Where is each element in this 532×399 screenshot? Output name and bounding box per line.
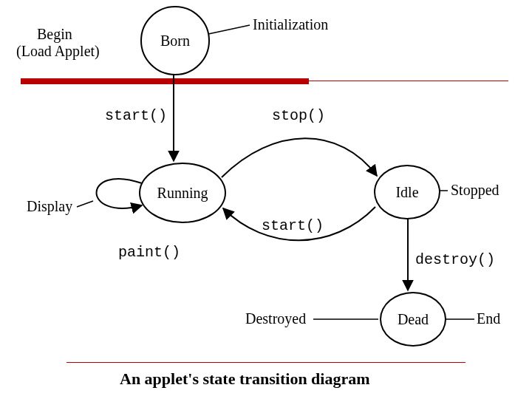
destroyed-label: Destroyed [245,310,306,327]
state-born-label: Born [160,33,190,50]
transition-start-down: start() [105,107,167,124]
connector-display [77,201,93,207]
state-running-label: Running [157,185,208,202]
connector-initialization [208,25,250,34]
begin-label-line2: (Load Applet) [16,43,100,60]
top-divider-thick [21,78,309,84]
arrow-running-self-loop [97,179,143,208]
arrows-overlay [0,0,532,399]
diagram-caption: An applet's state transition diagram [120,369,370,389]
top-divider-thin [309,81,508,81]
footer-divider [66,362,466,363]
begin-label-line1: Begin [37,26,72,43]
transition-paint: paint() [118,244,180,261]
state-dead: Dead [380,292,446,347]
transition-start-back: start() [262,217,324,234]
transition-stop: stop() [272,107,325,124]
transition-destroy: destroy() [415,251,495,268]
end-label: End [477,310,500,327]
state-running: Running [139,163,226,223]
arrow-running-to-idle [222,138,377,177]
state-born: Born [140,6,210,75]
display-label: Display [27,198,72,215]
state-idle-label: Idle [395,184,418,201]
initialization-label: Initialization [253,16,328,33]
state-dead-label: Dead [398,311,429,328]
state-idle: Idle [374,165,440,219]
stopped-label: Stopped [451,182,499,199]
